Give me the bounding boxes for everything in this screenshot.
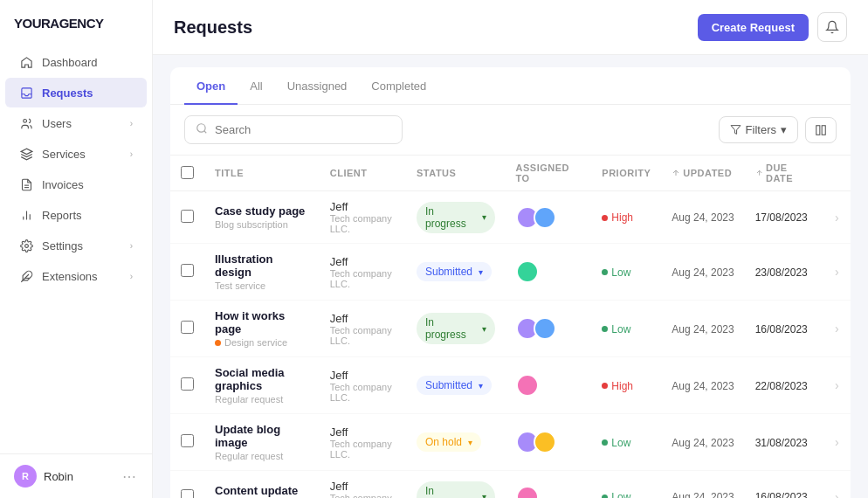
table-row: Update blog image Regular request Jeff T… [170, 414, 851, 471]
sidebar-item-services[interactable]: Services › [5, 139, 147, 169]
row-checkbox[interactable] [181, 264, 194, 277]
client-name: Jeff [330, 255, 396, 268]
table-row: Content update Blog subscription Jeff Te… [170, 471, 851, 499]
col-updated: UPDATED [661, 156, 744, 191]
table-toolbar: Filters ▾ [170, 105, 851, 155]
app-logo: YOURAGENCY [0, 0, 152, 43]
inbox-icon [19, 86, 33, 100]
priority-badge: High [602, 211, 633, 224]
table-row: Illustration design Test service Jeff Te… [170, 244, 851, 301]
due-date: 17/08/2023 [755, 211, 808, 224]
sidebar-footer: R Robin ⋯ [0, 453, 152, 498]
status-badge[interactable]: On hold ▾ [417, 432, 481, 452]
client-company: Tech company LLC. [330, 382, 396, 403]
svg-point-1 [23, 119, 26, 122]
row-subtitle: Regular request [215, 451, 309, 461]
sidebar-item-users[interactable]: Users › [5, 108, 147, 138]
client-name: Jeff [330, 200, 396, 213]
reports-icon [19, 208, 33, 222]
select-all-checkbox[interactable] [181, 166, 194, 179]
priority-dot [602, 383, 608, 389]
status-caret-icon: ▾ [482, 324, 486, 334]
sidebar-label-users: Users [42, 117, 72, 130]
updated-date: Aug 24, 2023 [672, 491, 734, 498]
sidebar-item-extensions[interactable]: Extensions › [5, 261, 147, 291]
row-title: Illustration design [215, 252, 309, 279]
filters-button[interactable]: Filters ▾ [719, 116, 798, 143]
users-icon [19, 116, 33, 130]
updated-date: Aug 24, 2023 [672, 437, 734, 449]
due-date: 31/08/2023 [755, 437, 808, 449]
client-name: Jeff [330, 480, 396, 493]
search-input[interactable] [215, 123, 391, 136]
row-title: Content update [215, 484, 309, 497]
sidebar-label-requests: Requests [42, 86, 93, 100]
create-request-button[interactable]: Create Request [698, 14, 809, 41]
due-date: 22/08/2023 [755, 380, 808, 392]
sidebar-label-invoices: Invoices [42, 178, 84, 191]
tab-all[interactable]: All [238, 67, 274, 105]
sidebar-label-reports: Reports [42, 209, 82, 222]
sidebar: YOURAGENCY Dashboard Requests [0, 0, 153, 498]
sidebar-item-reports[interactable]: Reports [5, 200, 147, 230]
row-checkbox[interactable] [181, 489, 194, 499]
col-due-date: DUE DATE [745, 156, 824, 191]
updated-date: Aug 24, 2023 [672, 266, 734, 279]
search-box[interactable] [184, 115, 403, 144]
avatar-group [516, 260, 582, 283]
toolbar-right: Filters ▾ [719, 116, 837, 143]
status-badge[interactable]: Submitted ▾ [417, 262, 492, 281]
col-client: CLIENT [320, 156, 406, 191]
columns-button[interactable] [805, 117, 837, 143]
sidebar-label-dashboard: Dashboard [42, 56, 98, 69]
tab-open[interactable]: Open [184, 67, 238, 105]
priority-badge: Low [602, 437, 630, 449]
row-checkbox[interactable] [181, 377, 194, 391]
row-expand-icon[interactable]: › [835, 378, 839, 392]
priority-badge: Low [602, 491, 630, 498]
sidebar-item-invoices[interactable]: Invoices [5, 169, 147, 199]
avatar-group [516, 431, 582, 453]
row-expand-icon[interactable]: › [835, 435, 839, 449]
avatar: R [14, 465, 37, 488]
sidebar-item-requests[interactable]: Requests [5, 78, 147, 107]
row-title: How it works page [215, 309, 309, 335]
svg-point-10 [197, 124, 205, 132]
row-expand-icon[interactable]: › [835, 490, 839, 499]
row-title: Social media graphics [215, 366, 309, 392]
tab-completed[interactable]: Completed [359, 67, 438, 105]
notification-button[interactable] [817, 12, 847, 42]
sidebar-item-dashboard[interactable]: Dashboard [5, 47, 147, 77]
priority-dot [602, 215, 608, 221]
sidebar-item-settings[interactable]: Settings › [5, 231, 147, 260]
priority-badge: Low [602, 323, 630, 335]
row-checkbox[interactable] [181, 321, 194, 334]
tabs-bar: Open All Unassigned Completed [170, 67, 851, 105]
footer-username: Robin [44, 470, 73, 483]
status-badge[interactable]: In progress ▾ [417, 313, 495, 344]
status-badge[interactable]: In progress ▾ [417, 202, 495, 233]
status-badge[interactable]: Submitted ▾ [417, 376, 492, 395]
row-checkbox[interactable] [181, 434, 194, 447]
status-badge[interactable]: In progress ▾ [417, 481, 495, 499]
chevron-right-icon-2: › [130, 149, 133, 159]
avatar-group [516, 486, 582, 499]
content-panel: Open All Unassigned Completed Filters [170, 67, 851, 498]
chevron-right-icon-4: › [130, 272, 133, 281]
row-checkbox[interactable] [181, 210, 194, 223]
sidebar-label-extensions: Extensions [42, 270, 98, 283]
services-icon [19, 147, 33, 161]
status-caret-icon: ▾ [468, 438, 472, 447]
row-expand-icon[interactable]: › [835, 265, 839, 279]
requests-table-wrap: TITLE CLIENT STATUS ASSIGNED TO PRIORITY… [170, 155, 851, 498]
row-expand-icon[interactable]: › [835, 211, 839, 225]
due-date: 23/08/2023 [755, 266, 808, 279]
main-content: Requests Create Request Open All Unassig… [153, 0, 868, 498]
more-options-icon[interactable]: ⋯ [122, 468, 138, 485]
client-company: Tech company LLC. [330, 439, 396, 460]
client-company: Tech company LLC. [330, 325, 396, 346]
tab-unassigned[interactable]: Unassigned [275, 67, 360, 105]
chevron-right-icon-3: › [130, 241, 133, 251]
row-expand-icon[interactable]: › [835, 322, 839, 335]
svg-rect-14 [822, 125, 825, 135]
